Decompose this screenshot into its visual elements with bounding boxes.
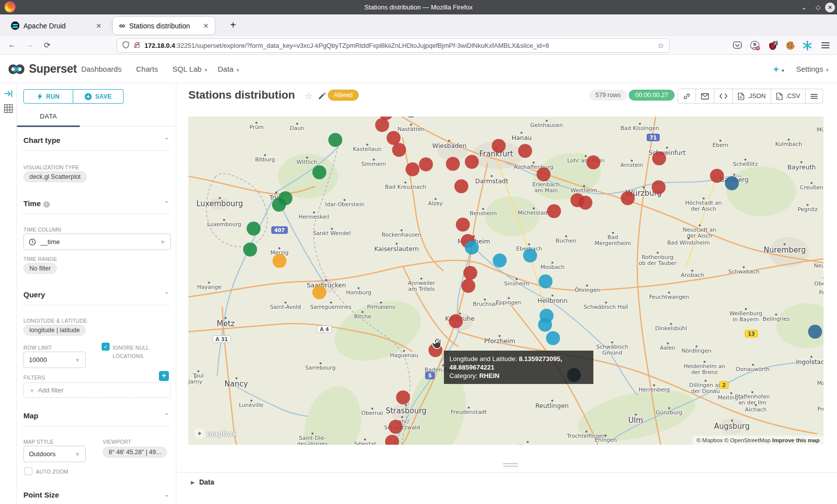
- save-button[interactable]: SAVE: [73, 89, 124, 104]
- scatter-point-red[interactable]: [518, 144, 532, 158]
- scatter-point-red[interactable]: [492, 139, 506, 153]
- scatter-point-red[interactable]: [392, 143, 406, 157]
- add-filter-dropzone[interactable]: +Add filter: [23, 382, 171, 398]
- auto-zoom-checkbox[interactable]: [24, 467, 32, 475]
- extension-asterisk-icon[interactable]: [802, 40, 813, 51]
- scatter-point-red[interactable]: [537, 167, 551, 181]
- section-map[interactable]: Map⌃: [23, 411, 170, 426]
- scatter-point-red[interactable]: [578, 196, 592, 210]
- data-panel-toggle[interactable]: ▶ Data: [191, 478, 214, 486]
- scatter-point-red[interactable]: [385, 435, 399, 445]
- section-time[interactable]: Timei⌃: [23, 199, 170, 214]
- deckgl-scatter-map[interactable]: PrümDaunNastättenGelnhausenBad Kissingen…: [188, 117, 824, 445]
- ublock-shield-icon[interactable]: 2: [767, 40, 778, 51]
- nav-charts[interactable]: Charts: [136, 65, 158, 73]
- ignore-null-checkbox[interactable]: ✓: [102, 343, 110, 351]
- time-range-value[interactable]: No filter: [23, 263, 57, 274]
- scatter-point-cyan[interactable]: [538, 318, 552, 332]
- window-maximize-icon[interactable]: ◇: [813, 2, 823, 12]
- datasource-grid-icon[interactable]: [4, 104, 13, 113]
- resize-grip[interactable]: [503, 463, 518, 467]
- scatter-point-red[interactable]: [454, 179, 468, 193]
- export-json-button[interactable]: .JSON: [732, 89, 771, 103]
- tab-close-icon[interactable]: ✕: [201, 22, 211, 30]
- more-options-button[interactable]: [805, 89, 823, 103]
- menu-hamburger-icon[interactable]: [821, 41, 832, 52]
- scatter-point-red[interactable]: [449, 314, 463, 328]
- forward-icon[interactable]: →: [26, 40, 34, 49]
- mapbox-logo[interactable]: ✦ mapbox: [194, 428, 237, 439]
- section-query[interactable]: Query⌃: [23, 290, 170, 305]
- section-point-size[interactable]: Point Size⌄: [23, 491, 170, 504]
- scatter-point-red[interactable]: [547, 204, 561, 218]
- scatter-point-red[interactable]: [465, 155, 479, 169]
- viz-type-value[interactable]: deck.gl Scatterplot: [23, 171, 87, 182]
- scatter-point-red[interactable]: [446, 157, 460, 171]
- scatter-point-orange[interactable]: [273, 254, 286, 268]
- copy-link-button[interactable]: [678, 89, 696, 103]
- bookmark-star-icon[interactable]: ☆: [658, 41, 664, 50]
- url-bar[interactable]: 172.18.0.4:32251/superset/explore/?form_…: [117, 38, 670, 53]
- scatter-point-red[interactable]: [456, 218, 470, 232]
- cookie-icon[interactable]: [785, 40, 796, 51]
- tab-stations-distribution[interactable]: ∞ Stations distribution ✕: [113, 17, 215, 34]
- scatter-point-red[interactable]: [652, 180, 666, 194]
- favorite-star-icon[interactable]: ☆: [304, 91, 312, 102]
- time-column-select[interactable]: __time▼: [23, 234, 171, 250]
- embed-code-button[interactable]: [714, 89, 732, 103]
- scatter-point-red[interactable]: [419, 157, 433, 171]
- back-icon[interactable]: ←: [8, 40, 16, 49]
- scatter-point-cyan[interactable]: [493, 253, 507, 267]
- scatter-point-navy[interactable]: [808, 325, 822, 339]
- nav-sql-lab[interactable]: SQL Lab▼: [172, 65, 208, 73]
- export-csv-button[interactable]: x .CSV: [771, 89, 805, 103]
- pocket-icon[interactable]: [732, 40, 743, 51]
- scatter-point-red[interactable]: [396, 390, 410, 404]
- run-button[interactable]: RUN: [23, 89, 73, 104]
- scatter-point-cyan[interactable]: [465, 241, 479, 254]
- scatter-point-red[interactable]: [389, 420, 403, 434]
- scatter-point-navy[interactable]: [725, 176, 739, 190]
- scatter-point-red[interactable]: [406, 162, 419, 176]
- section-chart-type[interactable]: Chart type⌃: [23, 136, 170, 151]
- window-close-icon[interactable]: ×: [825, 2, 835, 12]
- nav-settings[interactable]: Settings▼: [796, 65, 830, 73]
- scatter-point-green[interactable]: [328, 133, 342, 147]
- scatter-point-red[interactable]: [375, 118, 389, 132]
- scatter-point-red[interactable]: [461, 279, 475, 293]
- scatter-point-cyan[interactable]: [539, 274, 553, 288]
- lonlat-value[interactable]: longitude | latitude: [23, 325, 86, 336]
- scatter-point-cyan[interactable]: [523, 249, 537, 262]
- email-button[interactable]: [696, 89, 714, 103]
- nav-data[interactable]: Data▼: [218, 65, 240, 73]
- scatter-point-green[interactable]: [247, 222, 261, 236]
- scatter-point-red[interactable]: [463, 266, 477, 280]
- tracking-shield-icon[interactable]: [122, 41, 130, 51]
- expand-panel-icon[interactable]: [4, 89, 13, 98]
- add-filter-plus-button[interactable]: +: [159, 371, 169, 381]
- viewport-value[interactable]: 8° 46' 45.28" | 49...: [103, 447, 167, 458]
- scatter-point-orange[interactable]: [312, 285, 326, 299]
- edit-properties-icon[interactable]: [318, 92, 326, 102]
- scatter-point-cyan[interactable]: [546, 331, 560, 345]
- nav-add-button[interactable]: +▼: [773, 64, 785, 75]
- improve-map-link[interactable]: Improve this map: [772, 437, 820, 443]
- tab-data[interactable]: DATA: [40, 113, 57, 120]
- scatter-point-red[interactable]: [586, 155, 600, 169]
- window-minimize-icon[interactable]: ⌄: [799, 2, 809, 12]
- tab-apache-druid[interactable]: Apache Druid ✕: [4, 17, 108, 34]
- map-style-select[interactable]: Outdoors▼: [23, 446, 86, 462]
- superset-logo-icon[interactable]: [5, 61, 28, 77]
- new-tab-button[interactable]: +: [230, 19, 236, 31]
- row-limit-select[interactable]: 10000▼: [23, 352, 86, 368]
- scatter-point-green[interactable]: [243, 243, 257, 256]
- nav-dashboards[interactable]: Dashboards: [81, 65, 122, 73]
- scatter-point-red[interactable]: [652, 151, 666, 165]
- insecure-lock-icon[interactable]: [134, 41, 140, 51]
- reload-icon[interactable]: ⟳: [44, 40, 50, 50]
- scatter-point-green[interactable]: [312, 165, 326, 179]
- scatter-point-green[interactable]: [272, 198, 286, 212]
- superset-wordmark[interactable]: Superset: [29, 62, 77, 76]
- scatter-point-red[interactable]: [710, 169, 724, 183]
- tab-close-icon[interactable]: ✕: [94, 22, 104, 30]
